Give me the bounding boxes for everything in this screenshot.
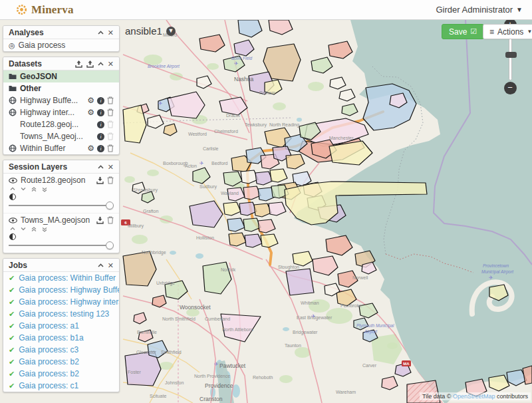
dataset-item-label: Highway inter...	[20, 108, 84, 117]
zoom-out-button[interactable]: −	[504, 82, 517, 94]
session-name: ansible1	[125, 25, 162, 37]
upload-file-icon[interactable]	[86, 61, 94, 68]
close-icon[interactable]: ✕	[108, 261, 114, 270]
gear-icon[interactable]: ⚙	[87, 97, 94, 104]
opacity-slider-handle[interactable]	[106, 241, 114, 249]
svg-text:Providence: Providence	[205, 382, 233, 389]
info-icon[interactable]: i	[97, 109, 104, 116]
gear-icon[interactable]: ⚙	[87, 145, 94, 152]
info-icon[interactable]: i	[97, 133, 104, 140]
opacity-slider[interactable]	[9, 241, 114, 249]
job-item[interactable]: ✔Gaia process: Highway intersection	[3, 296, 119, 308]
info-icon[interactable]: i	[97, 97, 104, 104]
trash-icon[interactable]	[107, 108, 114, 116]
check-icon: ✔	[9, 310, 15, 319]
session-layers-panel: Session Layers ✕ Route128.geojson	[3, 160, 120, 253]
dataset-item[interactable]: Towns_MA.geoj... i	[3, 130, 119, 142]
zoom-slider-handle[interactable]	[505, 52, 517, 58]
job-link[interactable]: Gaia process: c3	[19, 345, 78, 354]
job-link[interactable]: Gaia process: a1	[19, 321, 79, 331]
collapse-icon[interactable]	[98, 31, 104, 35]
trash-icon[interactable]	[107, 120, 114, 128]
svg-text:Rehoboth: Rehoboth	[253, 375, 273, 380]
move-bottom-icon[interactable]	[42, 227, 47, 232]
dataset-folder-other[interactable]: Other	[3, 82, 119, 94]
move-up-icon[interactable]	[10, 227, 15, 231]
job-item[interactable]: ✔Gaia process: b1a	[3, 332, 119, 344]
gear-icon[interactable]: ⚙	[87, 109, 94, 116]
close-icon[interactable]: ✕	[108, 29, 114, 37]
jobs-panel-header: Jobs ✕	[3, 259, 119, 272]
collapse-icon[interactable]	[98, 165, 104, 169]
close-icon[interactable]: ✕	[108, 163, 114, 172]
svg-text:Scituate: Scituate	[150, 394, 166, 398]
info-icon[interactable]: i	[97, 121, 104, 128]
folder-icon	[9, 73, 17, 80]
svg-text:✈: ✈	[214, 361, 219, 367]
openstreetmap-link[interactable]: OpenStreetMap	[453, 393, 495, 400]
svg-text:Whitman: Whitman	[301, 301, 319, 305]
session-dropdown-icon[interactable]: ▼	[166, 27, 176, 36]
zoom-slider-track[interactable]	[509, 33, 512, 80]
move-down-icon[interactable]	[21, 227, 26, 231]
trash-icon[interactable]	[107, 176, 114, 184]
user-menu[interactable]: Girder Administrator ▼	[436, 5, 523, 15]
download-icon[interactable]	[96, 177, 104, 184]
svg-text:Brookline Airport: Brookline Airport	[148, 64, 180, 69]
dataset-item[interactable]: Highway Buffe... ⚙ i	[3, 94, 119, 106]
opacity-slider-handle[interactable]	[106, 202, 114, 209]
trash-icon[interactable]	[107, 96, 114, 104]
job-link[interactable]: Gaia process: Highway intersection	[19, 297, 120, 307]
brand[interactable]: Minerva	[16, 3, 74, 17]
dataset-item[interactable]: Highway inter... ⚙ i	[3, 106, 119, 118]
svg-text:Pelham: Pelham	[259, 90, 275, 95]
svg-text:Johnston: Johnston	[165, 380, 184, 385]
job-item[interactable]: ✔Gaia process: testing 123	[3, 308, 119, 320]
session-selector[interactable]: ansible1 ▼	[125, 25, 176, 37]
job-link[interactable]: Gaia process: testing 123	[19, 309, 109, 319]
svg-text:Taunton: Taunton	[285, 343, 301, 348]
svg-text:Shrewsbury: Shrewsbury	[133, 188, 158, 193]
job-link[interactable]: Gaia process: Highway Buffer	[19, 285, 120, 295]
analysis-item-label: Gaia process	[19, 41, 114, 50]
job-link[interactable]: Gaia process: b2	[19, 369, 79, 378]
job-item[interactable]: ✔Gaia process: b2	[3, 368, 119, 380]
check-icon: ✔	[9, 346, 15, 354]
svg-text:Burrillville: Burrillville	[137, 330, 157, 335]
analysis-item[interactable]: ◎ Gaia process	[3, 39, 119, 51]
job-link[interactable]: Gaia process: b1a	[19, 333, 83, 342]
datasets-panel-header: Datasets ✕	[3, 57, 119, 70]
collapse-icon[interactable]	[98, 62, 104, 66]
job-link[interactable]: Gaia process: c1	[19, 381, 78, 390]
job-link[interactable]: Gaia process: Within Buffer	[19, 273, 116, 283]
dataset-item[interactable]: Within Buffer ⚙ i	[3, 142, 119, 154]
trash-icon[interactable]	[107, 144, 114, 152]
move-down-icon[interactable]	[21, 187, 26, 191]
trash-icon[interactable]	[107, 216, 114, 224]
move-up-icon[interactable]	[10, 187, 15, 191]
job-link[interactable]: Gaia process: b2	[19, 357, 79, 366]
job-item[interactable]: ✔Gaia process: Within Buffer	[3, 272, 119, 284]
collapse-icon[interactable]	[98, 263, 104, 267]
download-icon[interactable]	[96, 217, 104, 224]
check-icon: ✔	[9, 298, 15, 307]
dataset-item[interactable]: Route128.geoj... i	[3, 118, 119, 130]
dataset-folder-geojson[interactable]: GeoJSON	[3, 70, 119, 82]
job-item[interactable]: ✔Gaia process: c1	[3, 380, 119, 392]
eye-icon[interactable]	[9, 178, 17, 184]
move-bottom-icon[interactable]	[42, 187, 47, 192]
actions-button[interactable]: ≡ Actions ▼	[483, 24, 532, 39]
close-icon[interactable]: ✕	[108, 60, 114, 68]
eye-icon[interactable]	[9, 217, 17, 223]
move-top-icon[interactable]	[31, 187, 37, 192]
save-button[interactable]: Save ☑	[442, 24, 484, 39]
trash-icon[interactable]	[107, 132, 114, 140]
info-icon[interactable]: i	[97, 145, 104, 152]
job-item[interactable]: ✔Gaia process: c3	[3, 344, 119, 356]
move-top-icon[interactable]	[31, 227, 37, 232]
job-item[interactable]: ✔Gaia process: Highway Buffer	[3, 284, 119, 296]
upload-dataset-icon[interactable]	[75, 61, 82, 68]
opacity-slider[interactable]	[9, 202, 114, 209]
job-item[interactable]: ✔Gaia process: b2	[3, 356, 119, 368]
job-item[interactable]: ✔Gaia process: a1	[3, 320, 119, 332]
